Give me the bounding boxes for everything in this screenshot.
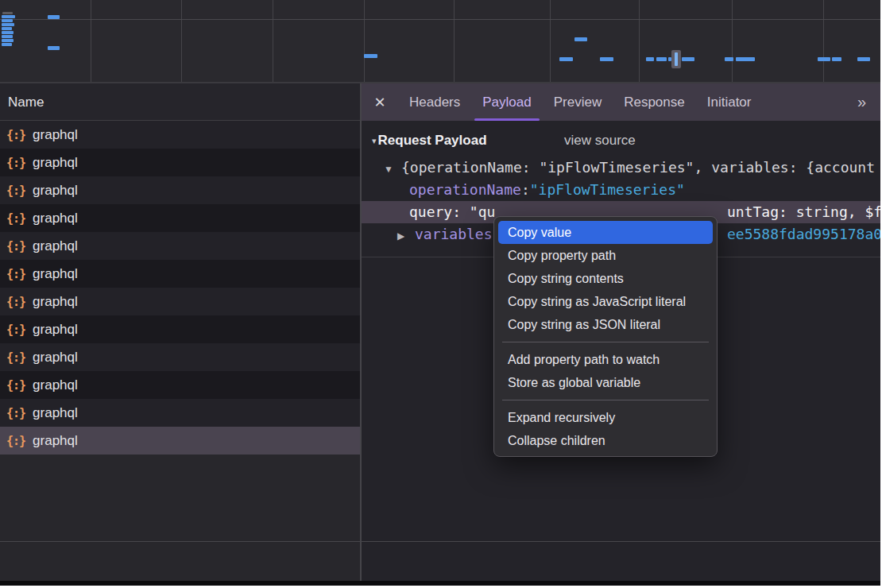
- json-braces-icon: {:}: [6, 128, 25, 142]
- json-braces-icon: {:}: [6, 184, 25, 198]
- overview-gridline: [181, 0, 182, 82]
- waterfall-bar: [2, 43, 12, 46]
- request-name: graphql: [33, 211, 78, 226]
- waterfall-bar: [2, 23, 14, 26]
- json-braces-icon: {:}: [6, 434, 25, 448]
- overview-gridline: [823, 0, 824, 82]
- request-name: graphql: [33, 238, 78, 254]
- request-row[interactable]: {:}graphql: [0, 288, 360, 315]
- json-braces-icon: {:}: [6, 378, 25, 393]
- window-bottom-edge: [0, 581, 880, 586]
- overview-gridline: [550, 0, 551, 82]
- request-name: graphql: [33, 294, 78, 310]
- waterfall-bar: [364, 54, 377, 58]
- tree-text-continuation: ee5588fdad995178a0: [727, 223, 880, 246]
- menu-separator: [502, 342, 709, 342]
- overview-gridline: [454, 0, 455, 82]
- request-row[interactable]: {:}graphql: [0, 343, 360, 371]
- request-name: graphql: [33, 350, 78, 366]
- devtools-window: Name {:}graphql{:}graphql{:}graphql{:}gr…: [0, 0, 880, 586]
- overview-lane-divider: [0, 19, 880, 20]
- json-braces-icon: {:}: [6, 295, 25, 309]
- waterfall-bar: [2, 19, 13, 22]
- network-overview-strip[interactable]: [0, 0, 880, 83]
- overview-gridline: [364, 0, 365, 82]
- menu-item-collapse-children[interactable]: Collapse children: [498, 429, 713, 452]
- tree-text: query: "qu: [409, 201, 495, 223]
- waterfall-bar: [2, 35, 13, 38]
- request-row[interactable]: {:}graphql: [0, 204, 360, 232]
- inspector-tabs: HeadersPayloadPreviewResponseInitiator: [398, 83, 762, 121]
- json-braces-icon: {:}: [6, 211, 25, 226]
- menu-item-add-property-path-to-watch[interactable]: Add property path to watch: [498, 348, 713, 371]
- tree-text: :: [521, 179, 530, 201]
- section-collapse-arrow-icon[interactable]: ▾: [372, 136, 377, 146]
- tree-expander-icon[interactable]: ▼: [384, 158, 401, 179]
- request-row[interactable]: {:}graphql: [0, 399, 360, 427]
- close-icon[interactable]: ✕: [362, 83, 398, 121]
- payload-tree-row[interactable]: operationName: "ipFlowTimeseries": [362, 179, 880, 201]
- waterfall-bar: [857, 57, 870, 61]
- overview-gridline: [91, 0, 91, 82]
- network-request-list-panel: Name {:}graphql{:}graphql{:}graphql{:}gr…: [0, 83, 362, 581]
- menu-item-store-as-global-variable[interactable]: Store as global variable: [498, 371, 713, 394]
- tree-text: {operationName: "ipFlowTimeseries", vari…: [401, 157, 875, 179]
- more-tabs-chevron-icon[interactable]: »: [843, 83, 880, 121]
- tab-headers[interactable]: Headers: [398, 83, 471, 121]
- request-name: graphql: [33, 155, 78, 171]
- request-payload-section-header[interactable]: ▾ Request Payload: [362, 130, 487, 152]
- request-row[interactable]: {:}graphql: [0, 371, 360, 399]
- request-rows: {:}graphql{:}graphql{:}graphql{:}graphql…: [0, 121, 360, 455]
- waterfall-bar: [818, 57, 830, 61]
- tab-response[interactable]: Response: [613, 83, 696, 121]
- tab-preview[interactable]: Preview: [543, 83, 613, 121]
- tab-initiator[interactable]: Initiator: [696, 83, 763, 121]
- request-row[interactable]: {:}graphql: [0, 427, 360, 455]
- tree-text: variables: [415, 223, 493, 246]
- tree-text: "ipFlowTimeseries": [530, 179, 685, 201]
- menu-item-copy-string-as-javascript-literal[interactable]: Copy string as JavaScript literal: [498, 290, 713, 313]
- name-column-header[interactable]: Name: [0, 83, 360, 121]
- request-row[interactable]: {:}graphql: [0, 232, 360, 260]
- summary-bar-divider-left: [0, 541, 360, 542]
- marker-tick: [675, 52, 678, 66]
- summary-bar-divider-right: [362, 541, 880, 542]
- waterfall-bar: [559, 57, 573, 61]
- view-source-link[interactable]: view source: [564, 130, 636, 152]
- json-braces-icon: {:}: [6, 267, 25, 281]
- section-title: Request Payload: [378, 133, 487, 149]
- request-row[interactable]: {:}graphql: [0, 121, 360, 149]
- waterfall-bar: [2, 12, 13, 14]
- waterfall-bar: [48, 46, 60, 50]
- request-row[interactable]: {:}graphql: [0, 149, 360, 176]
- waterfall-bar: [2, 31, 14, 34]
- request-name: graphql: [33, 405, 78, 421]
- request-name: graphql: [33, 127, 78, 143]
- overview-gridline: [732, 0, 733, 82]
- tab-payload[interactable]: Payload: [471, 83, 542, 121]
- waterfall-bar: [646, 57, 654, 61]
- menu-item-copy-string-as-json-literal[interactable]: Copy string as JSON literal: [498, 313, 713, 336]
- context-menu: Copy valueCopy property pathCopy string …: [493, 216, 718, 457]
- json-braces-icon: {:}: [6, 406, 25, 420]
- request-row[interactable]: {:}graphql: [0, 260, 360, 288]
- waterfall-bar: [736, 57, 755, 61]
- tree-text-continuation: untTag: string, $f: [727, 201, 880, 223]
- request-name: graphql: [33, 377, 78, 393]
- tree-text: operationName: [409, 179, 521, 201]
- json-braces-icon: {:}: [6, 323, 25, 337]
- inspector-tabbar: ✕ HeadersPayloadPreviewResponseInitiator…: [362, 83, 880, 121]
- request-name: graphql: [33, 183, 78, 199]
- menu-item-copy-property-path[interactable]: Copy property path: [498, 244, 713, 267]
- tree-expander-icon[interactable]: ▶: [397, 225, 415, 246]
- request-row[interactable]: {:}graphql: [0, 315, 360, 343]
- waterfall-bar: [725, 57, 733, 61]
- menu-item-expand-recursively[interactable]: Expand recursively: [498, 406, 713, 429]
- request-row[interactable]: {:}graphql: [0, 176, 360, 204]
- waterfall-bar: [2, 39, 14, 42]
- payload-tree-row[interactable]: ▼{operationName: "ipFlowTimeseries", var…: [362, 157, 880, 179]
- waterfall-bar: [682, 57, 694, 61]
- menu-item-copy-string-contents[interactable]: Copy string contents: [498, 267, 713, 290]
- menu-item-copy-value[interactable]: Copy value: [498, 221, 713, 244]
- request-name: graphql: [33, 322, 78, 338]
